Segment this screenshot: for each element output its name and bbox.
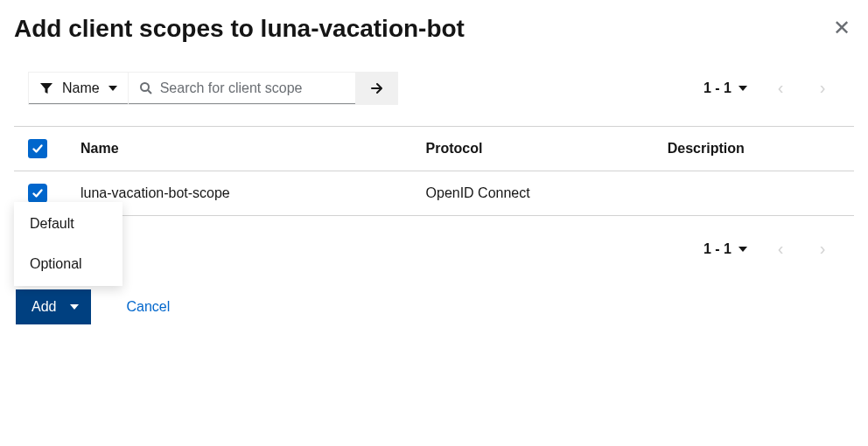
pager-range-dropdown[interactable]: 1 - 1 [695,236,756,262]
pager-bottom-inner: 1 - 1 ‹ › [695,233,840,265]
search-submit-button[interactable] [356,72,398,105]
pager-range-dropdown[interactable]: 1 - 1 [695,75,756,101]
caret-down-icon [738,247,747,252]
pager-next-button[interactable]: › [805,73,840,104]
row-checkbox[interactable] [28,184,47,203]
toolbar: Name 1 - 1 ‹ [14,65,854,112]
arrow-right-icon [369,80,385,96]
caret-down-icon [738,86,747,91]
chevron-right-icon: › [820,239,826,259]
table-header-row: Name Protocol Description [14,126,854,171]
filter-type-label: Name [62,80,100,96]
search-icon [139,81,153,95]
col-name-header: Name [80,141,426,157]
close-icon: ✕ [833,16,850,39]
svg-point-0 [141,83,149,91]
modal-header: Add client scopes to luna-vacation-bot ✕ [14,14,854,65]
search-input[interactable] [160,80,345,96]
scopes-table: Name Protocol Description luna-vacation-… [14,126,854,216]
check-icon [32,187,44,199]
add-option-default[interactable]: Default [14,204,122,244]
pager-prev-button[interactable]: ‹ [763,233,798,265]
chevron-left-icon: ‹ [778,239,784,259]
search-input-wrap [129,72,356,105]
select-all-cell [28,139,80,158]
pager-range-text: 1 - 1 [704,241,732,257]
search-group [129,72,398,105]
filter-icon [39,81,53,95]
col-protocol-header: Protocol [426,141,668,157]
pager-top: 1 - 1 ‹ › [695,73,840,104]
chevron-right-icon: › [820,78,826,98]
row-name: luna-vacation-bot-scope [80,185,426,201]
row-select-cell [28,184,80,203]
select-all-checkbox[interactable] [28,139,47,158]
pager-range-text: 1 - 1 [704,80,732,96]
pager-bottom: 1 - 1 ‹ › [14,216,854,268]
modal-footer: Default Optional Add Cancel [14,268,854,331]
cancel-button[interactable]: Cancel [126,299,170,315]
modal-title: Add client scopes to luna-vacation-bot [14,14,465,44]
chevron-left-icon: ‹ [778,78,784,98]
add-button-label: Add [32,299,56,315]
check-icon [32,143,44,155]
table-row: luna-vacation-bot-scope OpenID Connect [14,171,854,216]
filter-type-dropdown[interactable]: Name [28,72,129,105]
close-button[interactable]: ✕ [830,14,854,42]
add-button[interactable]: Add [16,289,91,324]
svg-line-1 [148,90,151,94]
add-dropdown-menu: Default Optional [14,202,122,286]
pager-prev-button[interactable]: ‹ [763,73,798,104]
row-protocol: OpenID Connect [426,185,668,201]
add-option-optional[interactable]: Optional [14,244,122,284]
pager-next-button[interactable]: › [805,233,840,265]
add-client-scopes-modal: Add client scopes to luna-vacation-bot ✕… [0,0,868,345]
col-description-header: Description [668,141,840,157]
caret-down-icon [108,86,117,91]
caret-down-icon [70,304,79,310]
